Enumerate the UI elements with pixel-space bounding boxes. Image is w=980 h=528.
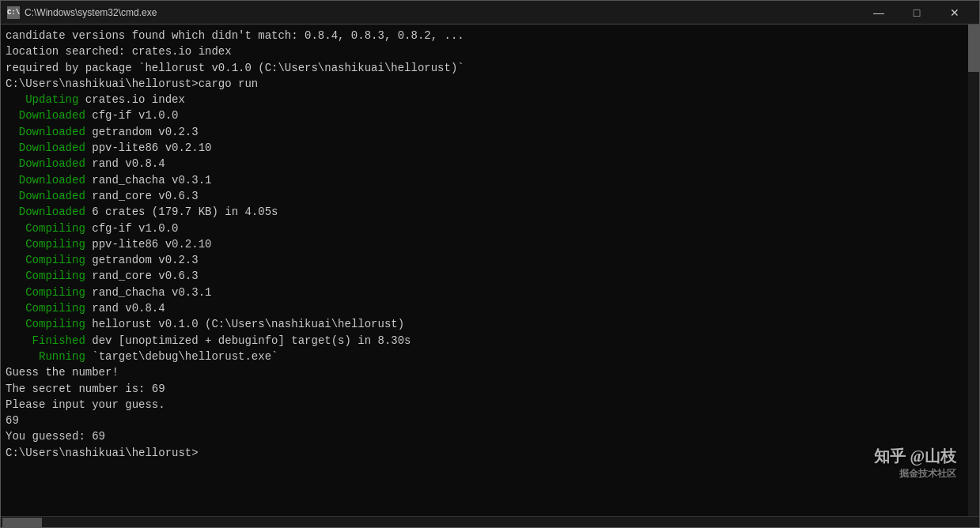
window-icon: C:\ — [7, 6, 20, 19]
terminal-line: Please input your guess. — [6, 397, 967, 413]
window-title: C:\Windows\system32\cmd.exe — [25, 7, 861, 18]
terminal-line: C:\Users\nashikuai\hellorust>cargo run — [6, 76, 967, 92]
terminal-line: Compiling ppv-lite86 v0.2.10 — [6, 236, 967, 252]
terminal-line: Compiling cfg-if v1.0.0 — [6, 221, 967, 236]
terminal-line: Downloaded rand v0.8.4 — [6, 156, 967, 172]
minimize-button[interactable]: — — [861, 1, 897, 25]
terminal-line: required by package `hellorust v0.1.0 (C… — [6, 60, 967, 76]
terminal-line: You guessed: 69 — [6, 428, 967, 444]
terminal-line: The secret number is: 69 — [6, 381, 967, 397]
horizontal-scrollbar[interactable] — [1, 516, 979, 527]
terminal-line: location searched: crates.io index — [6, 43, 967, 59]
terminal-line: Running `target\debug\hellorust.exe` — [6, 349, 967, 364]
terminal-line: Compiling rand v0.8.4 — [6, 300, 967, 316]
close-button[interactable]: ✕ — [936, 1, 973, 25]
terminal-line: Downloaded ppv-lite86 v0.2.10 — [6, 140, 967, 156]
terminal-output: candidate versions found which didn't ma… — [1, 25, 979, 516]
terminal-line: candidate versions found which didn't ma… — [6, 28, 967, 43]
terminal-line: Compiling rand_core v0.6.3 — [6, 268, 967, 284]
terminal-line: Downloaded 6 crates (179.7 KB) in 4.05s — [6, 204, 967, 220]
terminal-line: Downloaded cfg-if v1.0.0 — [6, 107, 967, 123]
terminal-line: 69 — [6, 413, 967, 428]
maximize-button[interactable]: □ — [899, 1, 935, 25]
title-bar: C:\ C:\Windows\system32\cmd.exe — □ ✕ — [1, 1, 979, 25]
window-controls: — □ ✕ — [861, 1, 973, 25]
terminal-line: Updating crates.io index — [6, 92, 967, 107]
window: C:\ C:\Windows\system32\cmd.exe — □ ✕ ca… — [0, 0, 980, 528]
terminal-line: Compiling hellorust v0.1.0 (C:\Users\nas… — [6, 316, 967, 332]
terminal-line: Compiling getrandom v0.2.3 — [6, 252, 967, 268]
terminal-line: Downloaded rand_chacha v0.3.1 — [6, 172, 967, 188]
terminal-line: Compiling rand_chacha v0.3.1 — [6, 285, 967, 300]
terminal-line: Downloaded getrandom v0.2.3 — [6, 124, 967, 140]
scrollbar-thumb[interactable] — [968, 25, 979, 72]
vertical-scrollbar[interactable] — [968, 25, 979, 516]
terminal-line: Downloaded rand_core v0.6.3 — [6, 188, 967, 204]
scrollbar-h-thumb[interactable] — [2, 518, 42, 527]
terminal-line: Finished dev [unoptimized + debuginfo] t… — [6, 333, 967, 349]
terminal-line: C:\Users\nashikuai\hellorust> — [6, 445, 967, 461]
terminal-line: Guess the number! — [6, 364, 967, 380]
